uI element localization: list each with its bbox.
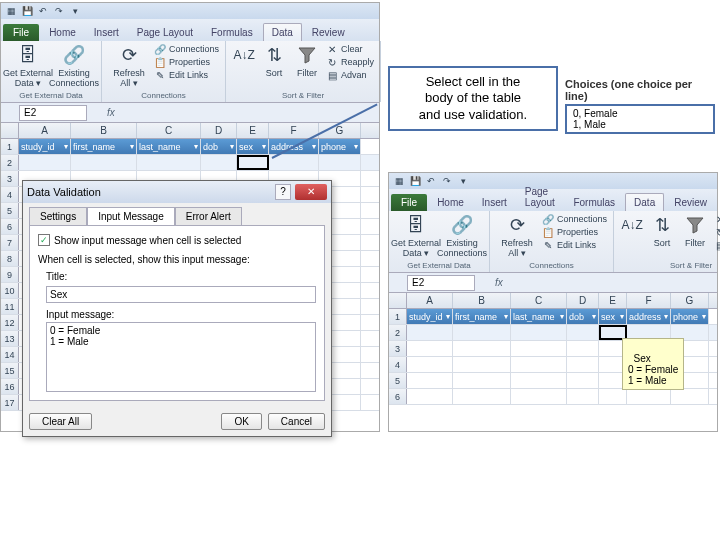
row-hdr[interactable]: 11 bbox=[1, 299, 19, 314]
cell[interactable] bbox=[201, 155, 237, 170]
filter-dropdown-icon[interactable]: ▾ bbox=[504, 309, 508, 324]
connections-button[interactable]: 🔗Connections bbox=[154, 43, 219, 55]
filter-dropdown-icon[interactable]: ▾ bbox=[664, 309, 668, 324]
row-hdr[interactable]: 6 bbox=[1, 219, 19, 234]
properties-button[interactable]: 📋Properties bbox=[154, 56, 219, 68]
fx-icon[interactable]: fx bbox=[495, 277, 503, 288]
col-G[interactable]: G bbox=[671, 293, 709, 308]
cell[interactable] bbox=[453, 325, 511, 340]
cell[interactable] bbox=[567, 373, 599, 388]
cell[interactable] bbox=[567, 325, 599, 340]
cell[interactable] bbox=[567, 341, 599, 356]
tab-review[interactable]: Review bbox=[304, 24, 353, 41]
sort-az-button[interactable]: A↓Z bbox=[620, 213, 644, 237]
filter-button[interactable]: Filter bbox=[680, 213, 710, 248]
filter-dropdown-icon[interactable]: ▾ bbox=[64, 139, 68, 154]
properties-button[interactable]: 📋Properties bbox=[542, 226, 607, 238]
tab-formulas[interactable]: Formulas bbox=[203, 24, 261, 41]
row-hdr[interactable]: 9 bbox=[1, 267, 19, 282]
row-hdr[interactable]: 3 bbox=[389, 341, 407, 356]
cell[interactable] bbox=[567, 357, 599, 372]
cell[interactable] bbox=[19, 155, 71, 170]
dlg-tab-error-alert[interactable]: Error Alert bbox=[175, 207, 242, 225]
cell[interactable] bbox=[511, 389, 567, 404]
tab-file[interactable]: File bbox=[391, 194, 427, 211]
name-box[interactable]: E2 bbox=[407, 275, 475, 291]
cancel-button[interactable]: Cancel bbox=[268, 413, 325, 430]
existing-connections-button[interactable]: 🔗 Existing Connections bbox=[441, 213, 483, 258]
filter-dropdown-icon[interactable]: ▾ bbox=[262, 139, 266, 154]
row-hdr[interactable]: 3 bbox=[1, 171, 19, 186]
col-D[interactable]: D bbox=[201, 123, 237, 138]
col-E[interactable]: E bbox=[237, 123, 269, 138]
name-box[interactable]: E2 bbox=[19, 105, 87, 121]
filter-dropdown-icon[interactable]: ▾ bbox=[230, 139, 234, 154]
edit-links-button[interactable]: ✎Edit Links bbox=[542, 239, 607, 251]
reapply-button[interactable]: ↻Reapply bbox=[714, 226, 720, 238]
hdr-sex[interactable]: sex▾ bbox=[599, 309, 627, 324]
cell[interactable] bbox=[511, 325, 567, 340]
cell[interactable] bbox=[627, 389, 671, 404]
qat-dropdown-icon[interactable]: ▾ bbox=[457, 175, 469, 187]
cell[interactable] bbox=[407, 357, 453, 372]
cell[interactable] bbox=[599, 389, 627, 404]
row-hdr[interactable]: 4 bbox=[389, 357, 407, 372]
row-hdr[interactable]: 14 bbox=[1, 347, 19, 362]
row-1[interactable]: 1 bbox=[1, 139, 19, 154]
hdr-dob[interactable]: dob▾ bbox=[201, 139, 237, 154]
cell[interactable] bbox=[511, 357, 567, 372]
col-A[interactable]: A bbox=[19, 123, 71, 138]
col-C[interactable]: C bbox=[137, 123, 201, 138]
col-C[interactable]: C bbox=[511, 293, 567, 308]
col-B[interactable]: B bbox=[453, 293, 511, 308]
hdr-phone[interactable]: phone▾ bbox=[319, 139, 361, 154]
advanced-button[interactable]: ▤Advan bbox=[714, 239, 720, 251]
tab-data[interactable]: Data bbox=[625, 193, 664, 211]
undo-icon[interactable]: ↶ bbox=[37, 5, 49, 17]
undo-icon[interactable]: ↶ bbox=[425, 175, 437, 187]
row-hdr[interactable]: 5 bbox=[389, 373, 407, 388]
tab-pagelayout[interactable]: Page Layout bbox=[517, 183, 564, 211]
cell[interactable] bbox=[453, 389, 511, 404]
cell[interactable] bbox=[407, 341, 453, 356]
reapply-button[interactable]: ↻Reapply bbox=[326, 56, 374, 68]
cell[interactable] bbox=[511, 341, 567, 356]
cell[interactable] bbox=[407, 389, 453, 404]
edit-links-button[interactable]: ✎Edit Links bbox=[154, 69, 219, 81]
ok-button[interactable]: OK bbox=[221, 413, 261, 430]
filter-dropdown-icon[interactable]: ▾ bbox=[560, 309, 564, 324]
redo-icon[interactable]: ↷ bbox=[53, 5, 65, 17]
selected-cell-E2[interactable] bbox=[237, 155, 269, 170]
row-hdr[interactable]: 4 bbox=[1, 187, 19, 202]
row-hdr[interactable]: 15 bbox=[1, 363, 19, 378]
hdr-dob[interactable]: dob▾ bbox=[567, 309, 599, 324]
tab-formulas[interactable]: Formulas bbox=[565, 194, 623, 211]
filter-dropdown-icon[interactable]: ▾ bbox=[194, 139, 198, 154]
row-hdr[interactable]: 16 bbox=[1, 379, 19, 394]
refresh-all-button[interactable]: ⟳ Refresh All ▾ bbox=[108, 43, 150, 88]
filter-dropdown-icon[interactable]: ▾ bbox=[312, 139, 316, 154]
filter-dropdown-icon[interactable]: ▾ bbox=[130, 139, 134, 154]
row-2[interactable]: 2 bbox=[389, 325, 407, 340]
row-hdr[interactable]: 5 bbox=[1, 203, 19, 218]
hdr-study-id[interactable]: study_id▾ bbox=[407, 309, 453, 324]
filter-dropdown-icon[interactable]: ▾ bbox=[354, 139, 358, 154]
tab-home[interactable]: Home bbox=[41, 24, 84, 41]
cell[interactable] bbox=[567, 389, 599, 404]
close-icon[interactable]: ✕ bbox=[295, 184, 327, 200]
sort-az-button[interactable]: A↓Z bbox=[232, 43, 256, 67]
filter-dropdown-icon[interactable]: ▾ bbox=[592, 309, 596, 324]
col-F[interactable]: F bbox=[627, 293, 671, 308]
advanced-button[interactable]: ▤Advan bbox=[326, 69, 374, 81]
row-1[interactable]: 1 bbox=[389, 309, 407, 324]
cell[interactable] bbox=[319, 155, 361, 170]
cell[interactable] bbox=[511, 373, 567, 388]
existing-connections-button[interactable]: 🔗 Existing Connections bbox=[53, 43, 95, 88]
row-hdr[interactable]: 13 bbox=[1, 331, 19, 346]
tab-insert[interactable]: Insert bbox=[86, 24, 127, 41]
qat-dropdown-icon[interactable]: ▾ bbox=[69, 5, 81, 17]
clear-button[interactable]: ✕Clear bbox=[714, 213, 720, 225]
hdr-last-name[interactable]: last_name▾ bbox=[137, 139, 201, 154]
save-icon[interactable]: 💾 bbox=[21, 5, 33, 17]
dialog-titlebar[interactable]: Data Validation ? ✕ bbox=[23, 181, 331, 203]
